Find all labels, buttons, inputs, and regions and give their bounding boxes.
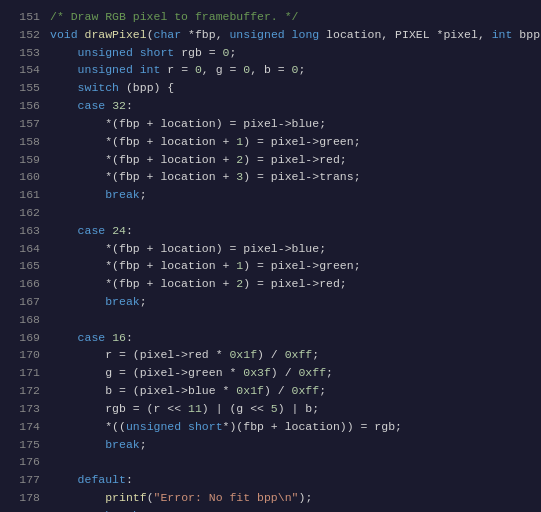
line-number: 152 [12, 26, 40, 44]
code-text: unsigned int r = 0, g = 0, b = 0; [50, 61, 529, 79]
line-number: 175 [12, 436, 40, 454]
line-number: 167 [12, 293, 40, 311]
code-text: *(fbp + location + 1) = pixel->green; [50, 133, 529, 151]
code-text: *(fbp + location + 2) = pixel->red; [50, 275, 529, 293]
line-number: 159 [12, 151, 40, 169]
line-number: 161 [12, 186, 40, 204]
code-text: case 32: [50, 97, 529, 115]
code-text: case 24: [50, 222, 529, 240]
code-line: 162 [12, 204, 529, 222]
code-line: 173 rgb = (r << 11) | (g << 5) | b; [12, 400, 529, 418]
code-text: b = (pixel->blue * 0x1f) / 0xff; [50, 382, 529, 400]
code-text: printf("Error: No fit bpp\n"); [50, 489, 529, 507]
code-text: break; [50, 436, 529, 454]
code-line: 176 [12, 453, 529, 471]
code-line: 160 *(fbp + location + 3) = pixel->trans… [12, 168, 529, 186]
code-text: break; [50, 186, 529, 204]
code-line: 178 printf("Error: No fit bpp\n"); [12, 489, 529, 507]
line-number: 170 [12, 346, 40, 364]
line-number: 171 [12, 364, 40, 382]
code-text: *(fbp + location + 2) = pixel->red; [50, 151, 529, 169]
code-line: 159 *(fbp + location + 2) = pixel->red; [12, 151, 529, 169]
code-line: 170 r = (pixel->red * 0x1f) / 0xff; [12, 346, 529, 364]
code-line: 151 /* Draw RGB pixel to framebuffer. */ [12, 8, 529, 26]
code-text: void drawPixel(char *fbp, unsigned long … [50, 26, 541, 44]
code-line: 167 break; [12, 293, 529, 311]
code-text: g = (pixel->green * 0x3f) / 0xff; [50, 364, 529, 382]
line-number: 178 [12, 489, 40, 507]
code-line: 168 [12, 311, 529, 329]
code-text: *((unsigned short*)(fbp + location)) = r… [50, 418, 529, 436]
code-text: break; [50, 507, 529, 512]
code-text: /* Draw RGB pixel to framebuffer. */ [50, 8, 529, 26]
code-text [50, 311, 529, 329]
code-text: unsigned short rgb = 0; [50, 44, 529, 62]
code-line: 153 unsigned short rgb = 0; [12, 44, 529, 62]
code-line: 164 *(fbp + location) = pixel->blue; [12, 240, 529, 258]
code-text: r = (pixel->red * 0x1f) / 0xff; [50, 346, 529, 364]
code-line: 171 g = (pixel->green * 0x3f) / 0xff; [12, 364, 529, 382]
code-text [50, 453, 529, 471]
code-line: 174 *((unsigned short*)(fbp + location))… [12, 418, 529, 436]
code-line: 158 *(fbp + location + 1) = pixel->green… [12, 133, 529, 151]
code-text: *(fbp + location + 3) = pixel->trans; [50, 168, 529, 186]
line-number: 164 [12, 240, 40, 258]
code-text: case 16: [50, 329, 529, 347]
line-number: 162 [12, 204, 40, 222]
line-number: 160 [12, 168, 40, 186]
code-line: 177 default: [12, 471, 529, 489]
code-text: *(fbp + location) = pixel->blue; [50, 115, 529, 133]
line-number: 158 [12, 133, 40, 151]
code-text: break; [50, 293, 529, 311]
code-block: 151 /* Draw RGB pixel to framebuffer. */… [0, 0, 541, 512]
line-number: 179 [12, 507, 40, 512]
code-text [50, 204, 529, 222]
code-line: 155 switch (bpp) { [12, 79, 529, 97]
code-line: 154 unsigned int r = 0, g = 0, b = 0; [12, 61, 529, 79]
line-number: 173 [12, 400, 40, 418]
line-number: 177 [12, 471, 40, 489]
line-number: 176 [12, 453, 40, 471]
line-number: 157 [12, 115, 40, 133]
line-number: 174 [12, 418, 40, 436]
code-line: 172 b = (pixel->blue * 0x1f) / 0xff; [12, 382, 529, 400]
code-text: switch (bpp) { [50, 79, 529, 97]
code-text: *(fbp + location + 1) = pixel->green; [50, 257, 529, 275]
line-number: 155 [12, 79, 40, 97]
line-number: 151 [12, 8, 40, 26]
line-number: 172 [12, 382, 40, 400]
line-number: 169 [12, 329, 40, 347]
code-line: 175 break; [12, 436, 529, 454]
code-line: 165 *(fbp + location + 1) = pixel->green… [12, 257, 529, 275]
code-text: rgb = (r << 11) | (g << 5) | b; [50, 400, 529, 418]
code-text: default: [50, 471, 529, 489]
line-number: 154 [12, 61, 40, 79]
line-number: 163 [12, 222, 40, 240]
code-line: 152 void drawPixel(char *fbp, unsigned l… [12, 26, 529, 44]
line-number: 168 [12, 311, 40, 329]
code-line: 156 case 32: [12, 97, 529, 115]
code-line: 166 *(fbp + location + 2) = pixel->red; [12, 275, 529, 293]
code-line: 163 case 24: [12, 222, 529, 240]
code-line: 169 case 16: [12, 329, 529, 347]
line-number: 153 [12, 44, 40, 62]
code-line: 157 *(fbp + location) = pixel->blue; [12, 115, 529, 133]
line-number: 165 [12, 257, 40, 275]
code-line: 179 break; [12, 507, 529, 512]
line-number: 156 [12, 97, 40, 115]
line-number: 166 [12, 275, 40, 293]
code-text: *(fbp + location) = pixel->blue; [50, 240, 529, 258]
code-line: 161 break; [12, 186, 529, 204]
